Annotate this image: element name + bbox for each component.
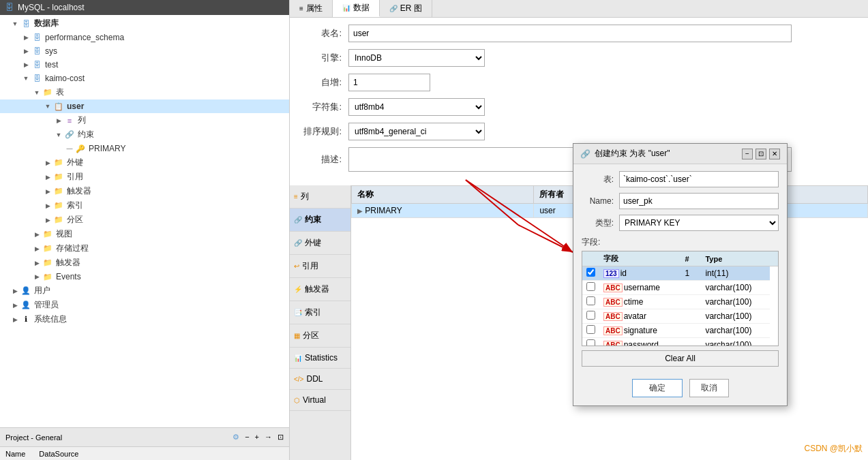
nav-label: 列: [301, 191, 309, 202]
tab-er[interactable]: 🔗 ER 图: [380, 0, 432, 17]
tree-trigger-folder[interactable]: ▶ 📁 触发器: [0, 184, 289, 198]
expand-arrow: ▶: [44, 159, 52, 167]
charset-select[interactable]: utf8mb4: [348, 98, 485, 116]
field-checkbox-id[interactable]: [586, 268, 595, 277]
tree-user-table[interactable]: ▼ 📋 user: [0, 99, 289, 113]
engine-select[interactable]: InnoDB: [348, 49, 485, 67]
checkbox-cell[interactable]: [582, 324, 599, 338]
tree-test[interactable]: ▶ 🗄 test: [0, 58, 289, 72]
field-name-cell: 123id: [599, 266, 680, 281]
modal-type-select[interactable]: PRIMARY KEY UNIQUE CHECK: [619, 215, 779, 231]
expand-arrow: ▶: [44, 202, 52, 210]
checkbox-cell[interactable]: [582, 266, 599, 281]
tree-fk-folder[interactable]: ▶ 📁 外键: [0, 155, 289, 170]
checkbox-cell[interactable]: [582, 281, 599, 295]
collation-select[interactable]: utf8mb4_general_ci: [348, 123, 485, 140]
tree-events-folder[interactable]: ▶ 📁 Events: [0, 270, 289, 283]
tree-sys[interactable]: ▶ 🗄 sys: [0, 44, 289, 58]
modal-restore-button[interactable]: ⊡: [755, 149, 766, 159]
tab-properties[interactable]: ≡ 属性: [290, 0, 333, 17]
field-row-username[interactable]: ABCusername varchar(100): [582, 281, 778, 295]
field-name-cell: ABCusername: [599, 281, 680, 295]
tree-performance-schema[interactable]: ▶ 🗄 performance_schema: [0, 31, 289, 44]
nav-ref[interactable]: ↩ 引用: [290, 255, 350, 278]
expand-arrow: ▶: [33, 230, 41, 239]
restore-icon[interactable]: ⊡: [278, 433, 284, 442]
nav-triggers[interactable]: ⚡ 触发器: [290, 278, 350, 301]
modal-type-row: 类型: PRIMARY KEY UNIQUE CHECK: [582, 215, 779, 231]
field-num-cell: [680, 338, 701, 347]
nav-virtual[interactable]: ⬡ Virtual: [290, 390, 350, 411]
checkbox-cell[interactable]: [582, 309, 599, 324]
clear-all-button[interactable]: Clear All: [582, 350, 779, 367]
modal-ok-button[interactable]: 确定: [632, 379, 683, 397]
tree-view-folder[interactable]: ▶ 📁 视图: [0, 227, 289, 241]
settings-icon[interactable]: ⚙: [233, 433, 239, 442]
expand-arrow: ▶: [11, 316, 19, 324]
nav-ddl[interactable]: </> DDL: [290, 369, 350, 390]
tree-tables-folder[interactable]: ▼ 📁 表: [0, 85, 289, 99]
type-badge-abc: ABC: [603, 341, 623, 346]
field-row-avatar[interactable]: ABCavatar varchar(100): [582, 309, 778, 324]
db-icon: 🗄: [31, 59, 42, 70]
tree-index-folder[interactable]: ▶ 📁 索引: [0, 198, 289, 213]
modal-table-input[interactable]: [619, 171, 779, 187]
field-checkbox-signature[interactable]: [586, 325, 595, 334]
modal-name-input[interactable]: [619, 193, 779, 209]
checkbox-cell[interactable]: [582, 338, 599, 347]
field-checkbox-username[interactable]: [586, 282, 595, 291]
field-row-ctime[interactable]: ABCctime varchar(100): [582, 295, 778, 309]
nav-indexes[interactable]: 📑 索引: [290, 301, 350, 324]
tree-ref-folder[interactable]: ▶ 📁 引用: [0, 170, 289, 184]
modal-cancel-button[interactable]: 取消: [689, 379, 729, 397]
expand-icon: ▶: [357, 207, 363, 215]
auto-inc-input[interactable]: [348, 74, 430, 91]
tree-procedure-folder[interactable]: ▶ 📁 存储过程: [0, 241, 289, 256]
tab-data[interactable]: 📊 数据: [333, 0, 380, 17]
field-checkbox-avatar[interactable]: [586, 311, 595, 320]
nav-columns[interactable]: ≡ 列: [290, 185, 350, 209]
sidebar-bottom: Project - General ⚙ − + → ⊡: [0, 427, 289, 446]
nav-partitions[interactable]: ▦ 分区: [290, 324, 350, 348]
expand-arrow: ▶: [55, 117, 63, 125]
table-name-label: 表名:: [301, 27, 348, 40]
nav-constraints[interactable]: 🔗 约束: [290, 209, 350, 232]
field-row-password[interactable]: ABCpassword varchar(100): [582, 338, 778, 347]
tree-label: 约束: [78, 129, 94, 140]
nav-label: Statistics: [305, 353, 338, 363]
nav-fk[interactable]: 🔗 外键: [290, 232, 350, 255]
tree-sysinfo-folder[interactable]: ▶ ℹ 系统信息: [0, 312, 289, 326]
plus-icon[interactable]: +: [255, 433, 259, 442]
db-icon: 🗄: [31, 46, 42, 57]
field-row-id[interactable]: 123id 1 int(11): [582, 266, 778, 281]
modal-minimize-button[interactable]: −: [742, 149, 753, 159]
table-name-input[interactable]: [348, 25, 792, 42]
tree-user-mgmt[interactable]: ▶ 👤 用户: [0, 283, 289, 298]
field-checkbox-password[interactable]: [586, 339, 595, 346]
tree-primary-key[interactable]: — 🔑 PRIMARY: [0, 142, 289, 155]
nav-statistics[interactable]: 📊 Statistics: [290, 348, 350, 369]
field-row-signature[interactable]: ABCsignature varchar(100): [582, 324, 778, 338]
tree-kaimo-cost[interactable]: ▼ 🗄 kaimo-cost: [0, 72, 289, 85]
tree-db-root[interactable]: ▼ 🗄 数据库: [0, 16, 289, 31]
tree-label: 系统信息: [34, 313, 67, 325]
nav-label: 索引: [305, 307, 321, 318]
col-check: [582, 251, 599, 266]
tree-partition-folder[interactable]: ▶ 📁 分区: [0, 213, 289, 227]
nav-icon: 🔗: [294, 216, 302, 224]
modal-name-row: Name:: [582, 193, 779, 209]
field-type-cell: int(11): [701, 266, 770, 281]
arrow-icon[interactable]: →: [265, 433, 272, 442]
modal-close-button[interactable]: ✕: [769, 149, 780, 159]
tree-col-folder[interactable]: ▶ ≡ 列: [0, 113, 289, 127]
tree-label: 管理员: [34, 299, 59, 311]
tree-admin-folder[interactable]: ▶ 👤 管理员: [0, 298, 289, 312]
engine-row: 引擎: InnoDB: [301, 49, 857, 67]
modal-title: 创建约束 为表 "user": [595, 148, 670, 159]
checkbox-cell[interactable]: [582, 295, 599, 309]
minus-icon[interactable]: −: [245, 433, 249, 442]
tree-trigger2-folder[interactable]: ▶ 📁 触发器: [0, 256, 289, 270]
nav-icon: 📑: [294, 309, 302, 316]
field-checkbox-ctime[interactable]: [586, 296, 595, 305]
tree-constraint-folder[interactable]: ▼ 🔗 约束: [0, 127, 289, 142]
